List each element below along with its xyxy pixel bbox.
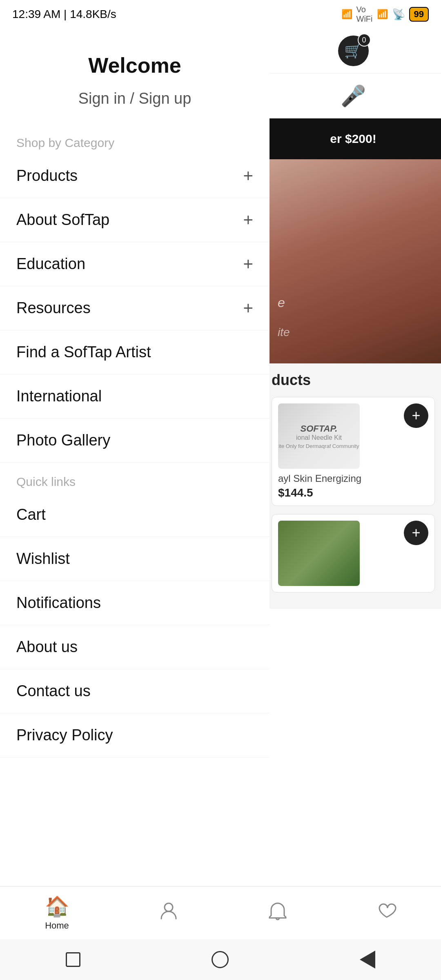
about-softap-expand-icon: +: [243, 212, 253, 229]
resources-expand-icon: +: [243, 300, 253, 317]
nav-home[interactable]: 🏠 Home: [45, 895, 69, 931]
android-recent-button[interactable]: [66, 952, 80, 967]
signal-bars-icon: 📶: [341, 9, 352, 20]
mic-icon: 🎤: [341, 84, 366, 108]
cart-count-badge: 0: [358, 33, 371, 47]
menu-item-resources-label: Resources: [16, 299, 91, 317]
product-1-image: SOFTAP. ional Needle Kit ite Only for De…: [278, 403, 360, 469]
menu-item-cart-label: Cart: [16, 506, 46, 523]
notification-icon: [268, 901, 287, 925]
menu-item-wishlist-label: Wishlist: [16, 550, 70, 568]
signal-bars2-icon: 📶: [377, 9, 388, 20]
quick-links-label: Quick links: [0, 463, 270, 493]
promo-text: er $200!: [330, 132, 376, 146]
add-product-1-button[interactable]: +: [404, 403, 428, 428]
right-top-icons: 🛒 0 🎤: [265, 29, 441, 118]
menu-item-products-label: Products: [16, 167, 78, 185]
welcome-title: Welcome: [16, 53, 253, 78]
shop-by-category-label: Shop by Category: [0, 124, 270, 154]
product-brand: SOFTAP.: [301, 423, 338, 434]
menu-item-find-artist[interactable]: Find a SofTap Artist: [0, 330, 270, 374]
promo-banner: er $200!: [265, 118, 441, 159]
menu-item-cart[interactable]: Cart: [0, 493, 270, 537]
android-back-button[interactable]: [360, 951, 375, 969]
nav-notifications[interactable]: [268, 901, 287, 925]
menu-item-notifications-label: Notifications: [16, 594, 101, 612]
lip-image: e ite: [265, 159, 441, 363]
menu-item-privacy-policy-label: Privacy Policy: [16, 726, 113, 744]
product-sub: ional Needle Kit: [296, 434, 342, 441]
android-home-button[interactable]: [212, 951, 229, 968]
android-navigation-bar: [0, 939, 441, 980]
product-card-2: +: [272, 514, 435, 592]
menu-item-contact-us-label: Contact us: [16, 682, 91, 700]
home-icon: 🏠: [45, 895, 69, 918]
vo-wifi-label: VoWiFi: [356, 5, 373, 24]
menu-item-find-artist-label: Find a SofTap Artist: [16, 343, 151, 361]
cart-button[interactable]: 🛒 0: [338, 36, 369, 66]
menu-item-notifications[interactable]: Notifications: [0, 581, 270, 625]
menu-item-international[interactable]: International: [0, 374, 270, 419]
add-product-2-button[interactable]: +: [404, 521, 428, 545]
menu-item-wishlist[interactable]: Wishlist: [0, 537, 270, 581]
signin-link[interactable]: Sign in / Sign up: [16, 90, 253, 107]
side-drawer: Welcome Sign in / Sign up Shop by Catego…: [0, 29, 270, 906]
product-1-price: $144.5: [278, 486, 428, 499]
menu-item-education[interactable]: Education +: [0, 242, 270, 286]
nav-wishlist[interactable]: [377, 901, 396, 925]
wishlist-heart-icon: [377, 901, 396, 925]
menu-item-products[interactable]: Products +: [0, 154, 270, 198]
menu-item-contact-us[interactable]: Contact us: [0, 669, 270, 713]
menu-item-photo-gallery-label: Photo Gallery: [16, 432, 110, 449]
drawer-welcome-section: Welcome Sign in / Sign up: [0, 29, 270, 124]
mic-button[interactable]: 🎤: [338, 80, 369, 111]
product-2-image: [278, 521, 360, 586]
menu-item-about-us-label: About us: [16, 638, 78, 656]
home-label: Home: [45, 920, 69, 931]
menu-item-privacy-policy[interactable]: Privacy Policy: [0, 713, 270, 757]
menu-item-education-label: Education: [16, 255, 85, 273]
status-time: 12:39 AM | 14.8KB/s: [12, 8, 116, 21]
products-expand-icon: +: [243, 167, 253, 185]
status-icons: 📶 VoWiFi 📶 📡 99: [341, 5, 429, 24]
menu-item-about-us[interactable]: About us: [0, 625, 270, 669]
mic-row[interactable]: 🎤: [265, 74, 441, 118]
battery-indicator: 99: [409, 7, 429, 22]
svg-point-0: [165, 903, 173, 911]
product-sub-note: ite Only for Dermaqraf Community: [278, 443, 359, 449]
wifi-icon: 📡: [392, 8, 405, 21]
product-1-name: ayl Skin Energizing: [278, 473, 428, 484]
account-icon: [159, 901, 178, 925]
products-section-title: ducts: [272, 372, 435, 389]
menu-item-international-label: International: [16, 388, 102, 405]
status-bar: 12:39 AM | 14.8KB/s 📶 VoWiFi 📶 📡 99: [0, 0, 441, 29]
education-expand-icon: +: [243, 256, 253, 273]
menu-item-about-softap-label: About SofTap: [16, 211, 109, 229]
lip-overlay-text-e: e: [278, 295, 285, 310]
menu-item-photo-gallery[interactable]: Photo Gallery: [0, 419, 270, 463]
lip-overlay-text2: ite: [278, 326, 290, 339]
menu-item-resources[interactable]: Resources +: [0, 286, 270, 330]
nav-account[interactable]: [159, 901, 178, 925]
cart-row[interactable]: 🛒 0: [265, 29, 441, 74]
cart-icon: 🛒: [344, 42, 362, 59]
products-right-section: ducts + SOFTAP. ional Needle Kit ite Onl…: [265, 363, 441, 609]
product-card-1: + SOFTAP. ional Needle Kit ite Only for …: [272, 397, 435, 506]
bottom-nav-bar: 🏠 Home: [0, 886, 441, 939]
menu-item-about-softap[interactable]: About SofTap +: [0, 198, 270, 242]
